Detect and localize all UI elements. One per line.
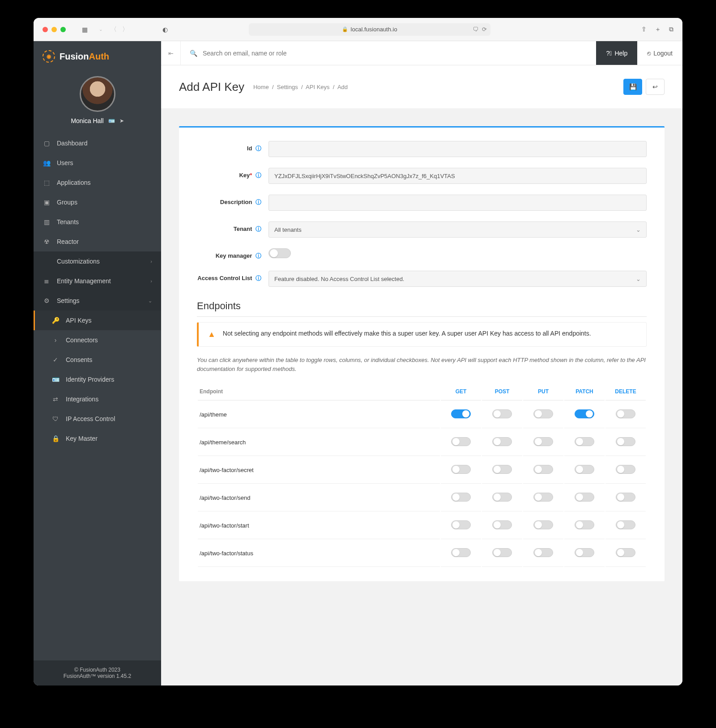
- toggle-patch[interactable]: [575, 548, 594, 557]
- toggle-delete[interactable]: [616, 465, 635, 474]
- toggle-put[interactable]: [533, 520, 553, 529]
- toggle-get[interactable]: [451, 548, 471, 557]
- endpoint-path: /api/two-factor/start: [198, 512, 440, 539]
- shield-icon[interactable]: ◐: [159, 24, 171, 35]
- breadcrumb-link[interactable]: Add: [337, 84, 348, 90]
- breadcrumb-link[interactable]: Home: [253, 84, 269, 90]
- share-icon[interactable]: ⇪: [641, 26, 647, 34]
- avatar[interactable]: [80, 76, 115, 112]
- toggle-post[interactable]: [492, 548, 512, 557]
- chevron-icon: ⌄: [148, 298, 152, 304]
- column-header[interactable]: GET: [441, 383, 481, 400]
- toggle-get[interactable]: [451, 520, 471, 529]
- tabs-icon[interactable]: ⧉: [669, 26, 673, 34]
- sidebar-item-groups[interactable]: ▣Groups: [34, 192, 161, 212]
- toggle-delete[interactable]: [616, 437, 635, 446]
- maximize-window-button[interactable]: [60, 27, 66, 32]
- nav-icon: ✓: [51, 356, 60, 363]
- url-bar[interactable]: 🔒 local.fusionauth.io 🗨 ⟳: [249, 23, 490, 36]
- tenant-select[interactable]: All tenants: [268, 221, 647, 238]
- close-window-button[interactable]: [43, 27, 48, 32]
- logout-button[interactable]: ⎋ Logout: [637, 50, 682, 57]
- toggle-delete[interactable]: [616, 409, 635, 418]
- toggle-post[interactable]: [492, 520, 512, 529]
- key-manager-toggle[interactable]: [268, 248, 291, 258]
- toggle-delete[interactable]: [616, 493, 635, 502]
- toggle-get[interactable]: [451, 493, 471, 502]
- toggle-post[interactable]: [492, 465, 512, 474]
- toggle-get[interactable]: [451, 465, 471, 474]
- toggle-put[interactable]: [533, 437, 553, 446]
- sidebar-sub-api-keys[interactable]: 🔑API Keys: [34, 311, 161, 330]
- sidebar-sub-integrations[interactable]: ⇄Integrations: [34, 389, 161, 409]
- sidebar-sub-consents[interactable]: ✓Consents: [34, 350, 161, 370]
- collapse-sidebar-icon[interactable]: ⇤: [161, 41, 181, 65]
- profile: Monica Hall 🪪 ➤: [34, 72, 161, 133]
- info-icon[interactable]: ⓘ: [256, 252, 261, 259]
- info-icon[interactable]: ⓘ: [256, 145, 261, 152]
- nav-back-icon[interactable]: 〈: [111, 26, 117, 34]
- new-tab-icon[interactable]: ＋: [655, 26, 661, 34]
- translate-icon[interactable]: 🗨: [473, 26, 478, 33]
- table-row[interactable]: /api/theme: [198, 401, 646, 428]
- key-field[interactable]: [268, 168, 647, 184]
- sidebar-toggle-icon[interactable]: ▦: [78, 24, 91, 35]
- toggle-patch[interactable]: [575, 520, 594, 529]
- toggle-delete[interactable]: [616, 548, 635, 557]
- sidebar-section-settings[interactable]: ⚙Settings⌄: [34, 291, 161, 311]
- table-row[interactable]: /api/two-factor/start: [198, 512, 646, 539]
- back-button[interactable]: ↩: [646, 79, 665, 95]
- help-button[interactable]: ?⃝ Help: [596, 41, 637, 65]
- breadcrumb-link[interactable]: API Keys: [306, 84, 329, 90]
- toggle-patch[interactable]: [575, 493, 594, 502]
- info-icon[interactable]: ⓘ: [256, 199, 261, 205]
- table-row[interactable]: /api/two-factor/secret: [198, 457, 646, 484]
- toggle-patch[interactable]: [575, 465, 594, 474]
- toggle-delete[interactable]: [616, 520, 635, 529]
- toggle-patch[interactable]: [575, 437, 594, 446]
- location-icon[interactable]: ➤: [119, 118, 124, 124]
- sidebar-sub-key-master[interactable]: 🔒Key Master: [34, 429, 161, 448]
- sidebar-item-applications[interactable]: ⬚Applications: [34, 173, 161, 192]
- toggle-patch[interactable]: [575, 409, 594, 418]
- toggle-post[interactable]: [492, 409, 512, 418]
- table-row[interactable]: /api/two-factor/send: [198, 485, 646, 511]
- sidebar-item-reactor[interactable]: ☢Reactor: [34, 232, 161, 251]
- toggle-put[interactable]: [533, 409, 553, 418]
- column-header[interactable]: PATCH: [564, 383, 605, 400]
- minimize-window-button[interactable]: [51, 27, 57, 32]
- toggle-put[interactable]: [533, 465, 553, 474]
- table-row[interactable]: /api/two-factor/status: [198, 540, 646, 567]
- column-header[interactable]: PUT: [523, 383, 563, 400]
- column-header[interactable]: DELETE: [605, 383, 646, 400]
- sidebar-item-dashboard[interactable]: ▢Dashboard: [34, 133, 161, 153]
- sidebar-item-tenants[interactable]: ▥Tenants: [34, 212, 161, 232]
- info-icon[interactable]: ⓘ: [256, 275, 261, 281]
- sidebar-sub-ip-access-control[interactable]: 🛡IP Access Control: [34, 409, 161, 429]
- chevron-down-icon[interactable]: ⌄: [94, 24, 107, 35]
- acl-select[interactable]: Feature disabled. No Access Control List…: [268, 271, 647, 287]
- sidebar-item-users[interactable]: 👥Users: [34, 153, 161, 173]
- toggle-post[interactable]: [492, 493, 512, 502]
- save-button[interactable]: 💾: [623, 79, 642, 95]
- vcard-icon[interactable]: 🪪: [108, 118, 115, 124]
- sidebar-sub-connectors[interactable]: ›Connectors: [34, 330, 161, 350]
- sidebar-section-entity-management[interactable]: ≣Entity Management›: [34, 271, 161, 291]
- sidebar-section-customizations[interactable]: Customizations›: [34, 251, 161, 271]
- description-field[interactable]: [268, 195, 647, 211]
- info-icon[interactable]: ⓘ: [256, 226, 261, 232]
- nav-forward-icon[interactable]: 〉: [122, 26, 128, 34]
- toggle-put[interactable]: [533, 548, 553, 557]
- reload-icon[interactable]: ⟳: [482, 26, 487, 33]
- column-header[interactable]: POST: [482, 383, 522, 400]
- toggle-get[interactable]: [451, 437, 471, 446]
- toggle-post[interactable]: [492, 437, 512, 446]
- breadcrumb-link[interactable]: Settings: [277, 84, 298, 90]
- info-icon[interactable]: ⓘ: [256, 172, 261, 179]
- table-row[interactable]: /api/theme/search: [198, 429, 646, 456]
- id-field[interactable]: [268, 141, 647, 157]
- search-input[interactable]: [203, 50, 587, 57]
- toggle-get[interactable]: [451, 409, 471, 418]
- sidebar-sub-identity-providers[interactable]: 🪪Identity Providers: [34, 370, 161, 389]
- toggle-put[interactable]: [533, 493, 553, 502]
